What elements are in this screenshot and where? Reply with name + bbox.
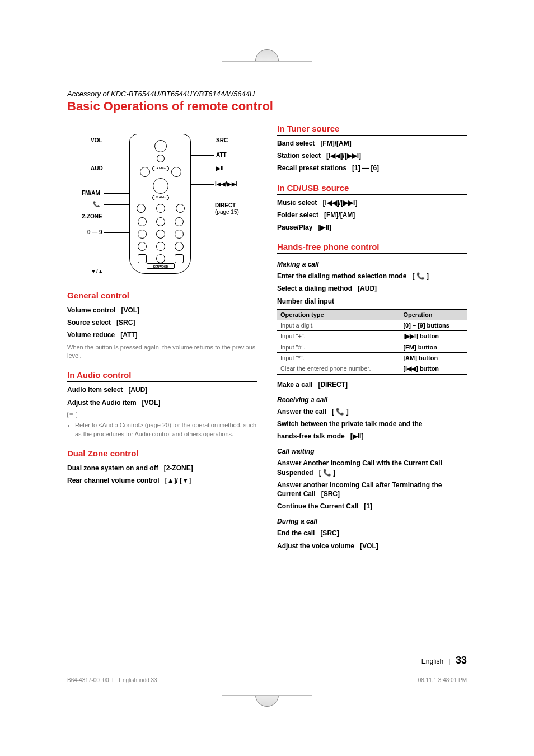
remote-dpad (153, 178, 168, 194)
cell: Input "+". (277, 330, 400, 342)
section-dualzone: Dual Zone control (67, 449, 257, 460)
th-op: Operation (400, 309, 467, 320)
item: Volume control [VOL] (67, 306, 257, 315)
table-row: Input a digit.[0] – [9] buttons (277, 320, 467, 330)
button-ref: [ATT] (120, 331, 137, 339)
table-row: Input "+".[▶▶I] button (277, 330, 467, 342)
cell: Input "*". (277, 352, 400, 363)
remote-key (156, 254, 165, 263)
remote-label-fmam: FM/AM (82, 190, 100, 196)
lead (104, 141, 129, 141)
crop-mark (45, 62, 54, 71)
button-ref: [FM]/[AM] (324, 211, 355, 219)
item: Dual zone system on and off [2-ZONE] (67, 464, 257, 473)
item: Select a dialing method [AUD] (277, 284, 467, 293)
button-ref: [2-ZONE] (164, 464, 193, 472)
remote-key (175, 242, 184, 251)
remote-aud-button (140, 167, 150, 177)
item: Station select [I◀◀]/[▶▶I] (277, 151, 467, 160)
item: Adjust the Audio item [VOL] (67, 398, 257, 407)
label: hands-free talk mode (277, 432, 345, 440)
remote-key (156, 230, 165, 239)
label: Audio item select (67, 386, 123, 394)
label: Recall preset stations (277, 164, 346, 172)
section-cdusb: In CD/USB source (277, 183, 467, 195)
button-ref: [ 📞 ] (319, 469, 336, 477)
lead (104, 272, 129, 272)
sub-during: During a call (277, 517, 467, 525)
button-route: [1] (364, 502, 372, 510)
cell: Input a digit. (277, 320, 400, 330)
cell: [0] – [9] buttons (400, 320, 467, 330)
remote-label-downup: ▼/▲ (91, 268, 104, 274)
table-row: Input "*".[AM] button (277, 352, 467, 363)
label: Answer the call (277, 408, 326, 416)
button-ref: [SRC] (320, 529, 339, 537)
table-row: Input "#".[FM] button (277, 342, 467, 352)
remote-label-prevnext: I◀◀/▶▶I (215, 181, 237, 187)
label: Music select (277, 199, 317, 207)
fold-mark (255, 49, 279, 73)
button-ref: [1] — [6] (352, 164, 379, 172)
item: End the call [SRC] (277, 529, 467, 538)
section-handsfree: Hands-free phone control (277, 242, 467, 254)
item: Folder select [FM]/[AM] (277, 211, 467, 220)
left-column: ▲FM+ ▼AM− (67, 124, 257, 554)
button-ref: [ 📞 ] (332, 408, 349, 416)
page-sep: | (449, 657, 451, 665)
label: End the call (277, 529, 315, 537)
remote-label-phone: 📞 (93, 201, 100, 207)
remote-key (175, 217, 184, 226)
label: Dual zone system on and off (67, 464, 158, 472)
lead (104, 232, 129, 233)
remote-direct-button (176, 204, 185, 213)
item: Band select [FM]/[AM] (277, 139, 467, 148)
button-ref: [ 📞 ] (412, 272, 429, 280)
item: Number dial input (277, 297, 467, 306)
button-ref: [VOL] (142, 399, 161, 407)
remote-label-vol: VOL (91, 137, 102, 143)
label: Folder select (277, 211, 318, 219)
item: Adjust the voice volume [VOL] (277, 542, 467, 550)
label: Source select (67, 319, 111, 326)
section-audio: In Audio control (67, 370, 257, 382)
label: Volume reduce (67, 331, 115, 339)
label: Rear channel volume control (67, 477, 160, 484)
button-ref: [▲]/ [▼] (165, 477, 191, 484)
cell: [I◀◀] button (400, 363, 467, 374)
button-ref: [AUD] (358, 284, 377, 292)
page-lang: English (421, 657, 443, 665)
label: Answer another Incoming Call after Termi… (277, 481, 442, 498)
item: Audio item select [AUD] (67, 385, 257, 394)
lead (104, 204, 129, 205)
note-text: When the button is pressed again, the vo… (67, 343, 257, 361)
item: Volume reduce [ATT] (67, 330, 257, 339)
sub-receiving: Receiving a call (277, 396, 467, 404)
remote-src-button (154, 140, 167, 152)
button-ref: [▶II] (318, 223, 331, 231)
lead (191, 169, 214, 169)
item: Answer another Incoming Call after Termi… (277, 480, 467, 498)
fold-mark (255, 683, 279, 707)
remote-label-2zone: 2-ZONE (82, 213, 102, 220)
crop-mark (480, 62, 489, 71)
cell: Clear the entered phone number. (277, 363, 400, 374)
item: Enter the dialing method selection mode … (277, 272, 467, 281)
label: Select a dialing method (277, 284, 352, 292)
remote-label-direct: DIRECT (215, 202, 236, 208)
lead (104, 193, 129, 194)
th-type: Operation type (277, 309, 400, 320)
label: Band select (277, 139, 315, 147)
label: Station select (277, 152, 321, 160)
remote-label-direct-page: (page 15) (215, 209, 239, 215)
remote-play-button (171, 167, 181, 177)
item: Pause/Play [▶II] (277, 223, 467, 232)
remote-key (138, 242, 147, 251)
lead (191, 141, 214, 141)
remote-label-att: ATT (216, 152, 227, 158)
remote-up-button (175, 254, 184, 263)
item: Answer Another Incoming Call with the Cu… (277, 459, 467, 477)
remote-body: ▲FM+ ▼AM− (129, 134, 191, 274)
sub-waiting: Call waiting (277, 447, 467, 455)
sub-making: Making a call (277, 260, 467, 268)
